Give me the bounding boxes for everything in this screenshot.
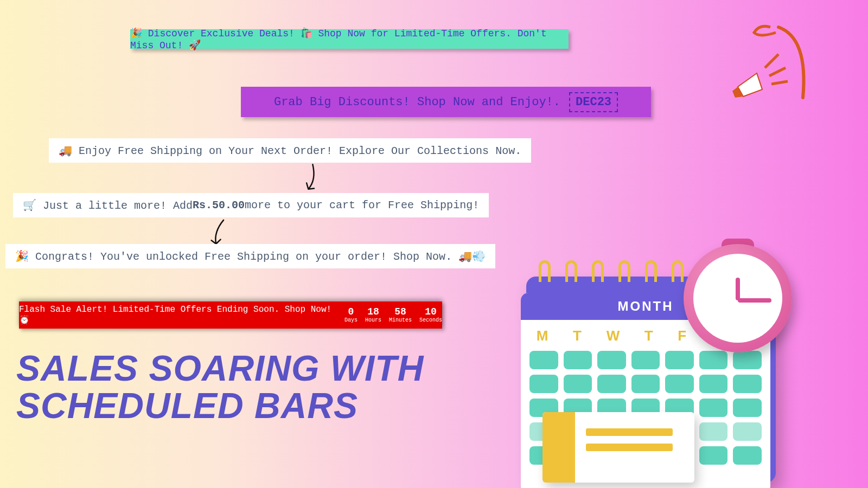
calendar-day: W bbox=[607, 328, 620, 344]
promo-bar-free-shipping-text: 🚚 Enjoy Free Shipping on Your Next Order… bbox=[59, 144, 521, 157]
calendar-day: T bbox=[644, 328, 653, 344]
calendar-day: M bbox=[537, 328, 548, 344]
countdown: 0 Days 18 Hours 58 Minutes 10 Seconds bbox=[344, 307, 442, 324]
promo-bar-add-more: 🛒 Just a little more! Add Rs.50.00 more … bbox=[13, 193, 489, 217]
promo-bar-deals: 🎉 Discover Exclusive Deals! 🛍️ Shop Now … bbox=[130, 29, 569, 49]
countdown-seconds-num: 10 bbox=[419, 307, 442, 318]
countdown-hours-num: 18 bbox=[365, 307, 381, 318]
countdown-minutes-label: Minutes bbox=[389, 317, 412, 323]
countdown-hours: 18 Hours bbox=[365, 307, 381, 324]
countdown-days: 0 Days bbox=[344, 307, 358, 324]
promo-bar-free-shipping: 🚚 Enjoy Free Shipping on Your Next Order… bbox=[49, 138, 531, 163]
promo-bar-flash-sale-text: Flash Sale Alert! Limited-Time Offers En… bbox=[19, 305, 335, 325]
countdown-minutes: 58 Minutes bbox=[389, 307, 412, 324]
countdown-days-num: 0 bbox=[344, 307, 358, 318]
promo-bar-deals-text: 🎉 Discover Exclusive Deals! 🛍️ Shop Now … bbox=[130, 27, 569, 51]
countdown-seconds-label: Seconds bbox=[419, 317, 442, 323]
countdown-hours-label: Hours bbox=[365, 317, 381, 323]
promo-bar-add-more-suffix: more to your cart for Free Shipping! bbox=[245, 199, 479, 211]
promo-bar-add-more-prefix: 🛒 Just a little more! Add bbox=[23, 198, 193, 212]
clock-icon bbox=[684, 244, 792, 352]
countdown-minutes-num: 58 bbox=[389, 307, 412, 318]
note-card-graphic bbox=[542, 412, 694, 483]
headline-line1: SALES SOARING WITH bbox=[16, 350, 424, 387]
headline: SALES SOARING WITH SCHEDULED BARS bbox=[16, 350, 424, 425]
promo-bar-unlocked-text: 🎉 Congrats! You've unlocked Free Shippin… bbox=[15, 249, 486, 263]
promo-bar-flash-sale: Flash Sale Alert! Limited-Time Offers En… bbox=[19, 301, 442, 329]
svg-line-1 bbox=[769, 68, 786, 76]
calendar-day: T bbox=[573, 328, 582, 344]
promo-bar-add-more-amount: Rs.50.00 bbox=[193, 199, 245, 211]
coupon-code[interactable]: DEC23 bbox=[569, 92, 618, 112]
svg-line-2 bbox=[771, 81, 788, 84]
headline-line2: SCHEDULED BARS bbox=[16, 387, 424, 425]
svg-line-0 bbox=[765, 54, 778, 68]
promo-bar-discount-text: Grab Big Discounts! Shop Now and Enjoy!. bbox=[274, 95, 560, 109]
promo-bar-discount: Grab Big Discounts! Shop Now and Enjoy!.… bbox=[241, 87, 651, 117]
countdown-seconds: 10 Seconds bbox=[419, 307, 442, 324]
promo-bar-unlocked: 🎉 Congrats! You've unlocked Free Shippin… bbox=[5, 244, 495, 268]
megaphone-icon bbox=[727, 22, 814, 108]
countdown-days-label: Days bbox=[344, 317, 358, 323]
